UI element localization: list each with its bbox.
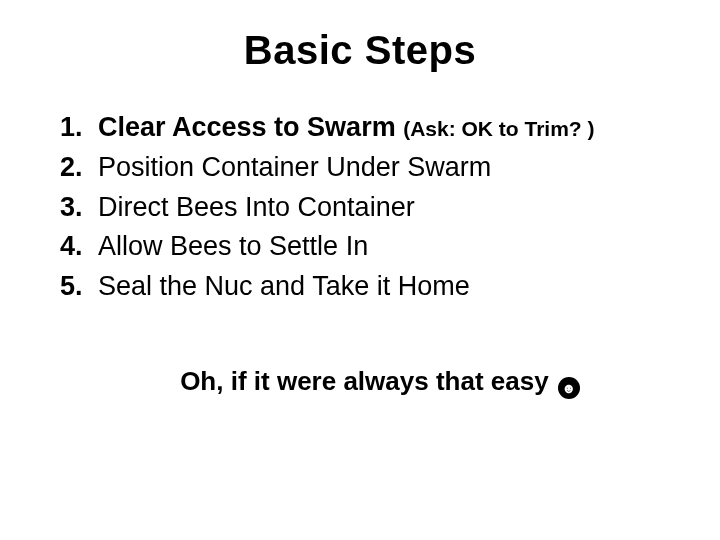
item-number: 3. [60,189,98,227]
item-text: Position Container Under Swarm [98,149,670,187]
list-item: 2. Position Container Under Swarm [60,149,670,187]
item-paren-text: (Ask: OK to Trim? ) [403,117,594,140]
item-bold-text: Clear Access to Swarm [98,112,403,142]
item-number: 1. [60,109,98,147]
footer-text: Oh, if it were always that easy ☻ [50,366,670,399]
smiley-icon: ☻ [558,377,580,399]
footer-message: Oh, if it were always that easy [180,366,556,396]
item-text: Seal the Nuc and Take it Home [98,268,670,306]
item-text: Clear Access to Swarm (Ask: OK to Trim? … [98,109,670,147]
slide-title: Basic Steps [50,28,670,73]
list-item: 5. Seal the Nuc and Take it Home [60,268,670,306]
slide: Basic Steps 1. Clear Access to Swarm (As… [0,0,720,540]
list-item: 1. Clear Access to Swarm (Ask: OK to Tri… [60,109,670,147]
item-number: 4. [60,228,98,266]
item-text: Allow Bees to Settle In [98,228,670,266]
item-number: 2. [60,149,98,187]
list-item: 3. Direct Bees Into Container [60,189,670,227]
item-text: Direct Bees Into Container [98,189,670,227]
item-number: 5. [60,268,98,306]
list-item: 4. Allow Bees to Settle In [60,228,670,266]
steps-list: 1. Clear Access to Swarm (Ask: OK to Tri… [60,109,670,306]
